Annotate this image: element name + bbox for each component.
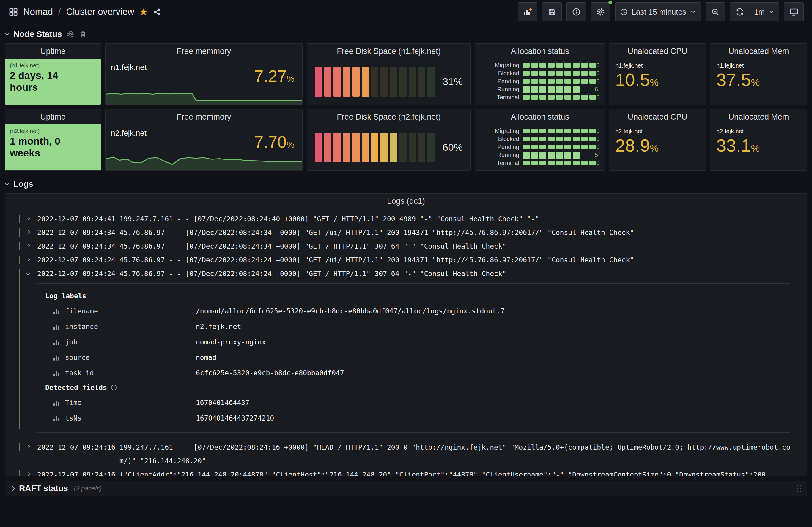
field-stats-icon[interactable] <box>52 307 60 315</box>
drag-handle[interactable] <box>797 485 801 492</box>
alloc-row-pending: Pending 0 <box>482 143 598 151</box>
row-delete-trash-icon[interactable] <box>79 30 87 38</box>
info-icon <box>572 8 581 16</box>
dashboard-settings-button[interactable] <box>591 2 610 22</box>
zoom-out-button[interactable] <box>706 2 725 22</box>
panel-title[interactable]: Allocation status <box>475 110 605 124</box>
favorite-star-icon[interactable] <box>139 8 148 16</box>
panel-title[interactable]: Free Disk Space (n1.fejk.net) <box>307 44 470 59</box>
section-title: Node Status <box>13 29 62 39</box>
zoom-out-icon <box>711 8 720 16</box>
log-row-expanded[interactable]: 2022-12-07 09:24:24 45.76.86.97 - - [07/… <box>11 267 801 433</box>
log-row[interactable]: 2022-12-07 09:24:16 199.247.7.161 - - [0… <box>11 440 801 468</box>
panel-title[interactable]: Free memmory <box>105 44 302 59</box>
panel-title[interactable]: Unalocated CPU <box>609 110 706 124</box>
breadcrumb-root[interactable]: Nomad <box>23 6 53 17</box>
log-row[interactable]: 2022-12-07 09:24:41 199.247.7.161 - - [0… <box>11 212 801 226</box>
log-level-bar <box>19 470 20 476</box>
log-message: 45.76.86.97 - - [07/Dec/2022:08:24:24 +0… <box>119 267 801 281</box>
section-logs[interactable]: Logs <box>0 175 812 193</box>
panel-title[interactable]: Unalocated CPU <box>609 44 706 59</box>
panel-title[interactable]: Unalocated Mem <box>710 44 807 59</box>
section-raft-status[interactable]: RAFT status (2 panels) <box>5 481 807 496</box>
expand-chevron-icon[interactable] <box>26 257 30 261</box>
alloc-row-running: Running 6 <box>482 86 598 93</box>
panel-title[interactable]: Free Disk Space (n2.fejk.net) <box>307 110 470 124</box>
section-title: RAFT status <box>19 484 68 493</box>
mem-value: 33.1% <box>716 136 801 156</box>
dashboards-grid-icon[interactable] <box>8 7 18 17</box>
expand-chevron-icon[interactable] <box>26 216 30 220</box>
log-row[interactable]: 2022-12-07 09:24:34 45.76.86.97 - - [07/… <box>11 226 801 239</box>
field-stats-icon[interactable] <box>52 323 60 331</box>
panel-uptime-n2: Uptime (n2.fejk.net) 1 month, 0 weeks <box>5 109 101 171</box>
log-timestamp: 2022-12-07 09:24:24 <box>37 253 119 267</box>
panel-title[interactable]: Uptime <box>5 44 101 59</box>
log-message: 199.247.7.161 - - [07/Dec/2022:08:24:16 … <box>119 440 801 468</box>
expand-chevron-icon[interactable] <box>26 472 30 476</box>
node-status-row-n2: Uptime (n2.fejk.net) 1 month, 0 weeks Fr… <box>5 109 807 171</box>
gear-icon <box>596 8 605 16</box>
panel-title[interactable]: Logs (dc1) <box>5 194 807 209</box>
log-row[interactable]: 2022-12-07 09:24:16 {"ClientAddr":"216.1… <box>11 468 801 476</box>
log-row[interactable]: 2022-12-07 09:24:34 45.76.86.97 - - [07/… <box>11 239 801 253</box>
log-timestamp: 2022-12-07 09:24:24 <box>37 267 119 281</box>
detected-field-row: tsNs 1670401464437274210 <box>45 410 782 426</box>
add-panel-button[interactable] <box>518 2 537 22</box>
collapse-chevron-icon[interactable] <box>26 271 30 275</box>
instance-label: n1.fejk.net <box>111 63 146 72</box>
field-key: Time <box>65 399 196 407</box>
label-key: filename <box>65 307 196 315</box>
log-label-row: source nomad <box>45 350 782 365</box>
instance-label: n1.fejk.net <box>615 62 700 69</box>
refresh-interval-dropdown[interactable]: 1m <box>750 2 779 22</box>
refresh-button[interactable] <box>730 2 750 22</box>
disk-bar-gauge <box>315 133 435 162</box>
expand-chevron-icon[interactable] <box>26 244 30 248</box>
tv-mode-button[interactable] <box>784 2 804 22</box>
dashboard-info-button[interactable] <box>566 2 586 22</box>
expand-chevron-icon[interactable] <box>26 445 30 449</box>
time-range-picker[interactable]: Last 15 minutes <box>615 2 701 22</box>
cpu-value: 28.9% <box>615 136 700 156</box>
panel-title[interactable]: Allocation status <box>475 44 605 59</box>
breadcrumb-current[interactable]: Cluster overview <box>66 6 134 17</box>
log-message: {"ClientAddr":"216.144.248.20:44878","Cl… <box>119 468 801 476</box>
disk-value: 60% <box>443 142 463 153</box>
alloc-cells <box>523 161 596 165</box>
alloc-count: 0 <box>596 78 599 85</box>
panel-allocation-status-n2: Allocation status Migrating 0 Blocked 0 … <box>475 109 605 171</box>
log-row[interactable]: 2022-12-07 09:24:24 45.76.86.97 - - [07/… <box>11 253 801 267</box>
log-timestamp: 2022-12-07 09:24:34 <box>37 226 119 239</box>
alloc-cells <box>523 86 580 93</box>
label-value: /nomad/alloc/6cfc625e-5320-e9cb-b8dc-e80… <box>196 307 505 315</box>
log-level-bar <box>19 443 20 452</box>
chevron-down-icon <box>690 9 696 15</box>
log-level-bar <box>19 256 20 264</box>
label-key: source <box>65 354 196 361</box>
expand-chevron-icon[interactable] <box>26 230 30 234</box>
field-stats-icon[interactable] <box>52 369 60 377</box>
refresh-interval-label: 1m <box>754 8 765 17</box>
log-label-row: filename /nomad/alloc/6cfc625e-5320-e9cb… <box>45 303 782 319</box>
section-node-status[interactable]: Node Status <box>0 25 812 43</box>
field-stats-icon[interactable] <box>52 354 60 362</box>
field-stats-icon[interactable] <box>52 399 60 407</box>
top-nav: Nomad / Cluster overview <box>0 0 812 24</box>
panel-title[interactable]: Uptime <box>5 110 101 124</box>
save-dashboard-button[interactable] <box>542 2 562 22</box>
share-icon[interactable] <box>153 8 161 16</box>
panel-title[interactable]: Unalocated Mem <box>710 110 807 124</box>
row-settings-gear-icon[interactable] <box>67 30 74 38</box>
field-stats-icon[interactable] <box>52 414 60 422</box>
clock-icon <box>620 8 628 16</box>
panel-uptime-n1: Uptime (n1.fejk.net) 2 days, 14 hours <box>5 43 101 105</box>
alloc-cells <box>523 79 596 84</box>
alloc-label: Running <box>482 152 523 158</box>
panel-title[interactable]: Free memmory <box>105 110 302 124</box>
alloc-count: 0 <box>596 144 599 151</box>
field-stats-icon[interactable] <box>52 338 60 346</box>
log-timestamp: 2022-12-07 09:24:41 <box>37 212 119 226</box>
notification-dot <box>608 1 612 4</box>
add-panel-icon <box>523 7 532 17</box>
